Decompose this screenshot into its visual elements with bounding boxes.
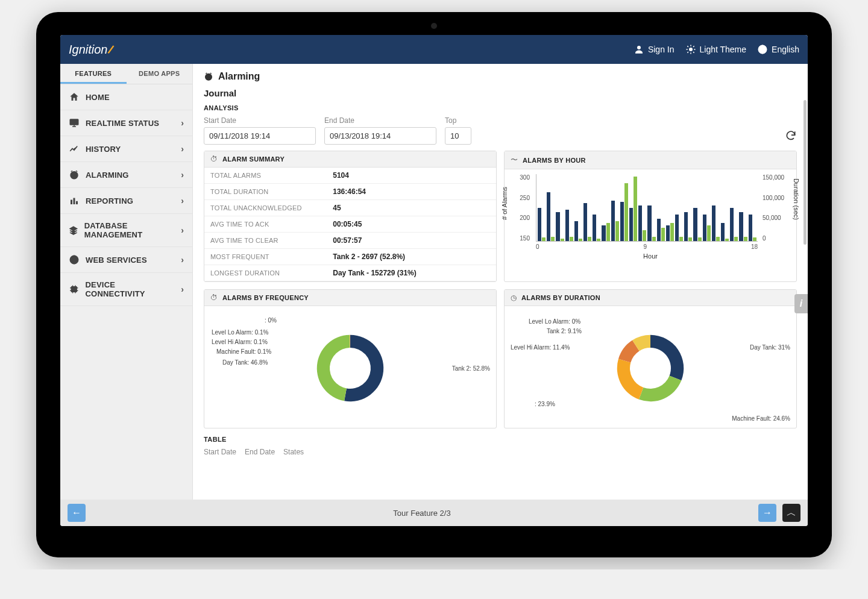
- bar-duration: [624, 183, 628, 241]
- bar-duration: [634, 177, 637, 241]
- tour-prev-button[interactable]: ←: [68, 504, 86, 522]
- bar-group: [666, 174, 674, 241]
- tour-bar: ← Tour Feature 2/3 → ︿: [60, 500, 808, 526]
- bar-duration: [688, 237, 692, 241]
- alarms-by-frequency-header: ⏱ ALARMS BY FREQUENCY: [204, 290, 496, 306]
- sidebar: FEATURES DEMO APPS HOME REALTIME STATUS …: [60, 64, 193, 500]
- journal-title: Journal: [204, 88, 797, 98]
- bar-group: [712, 174, 720, 241]
- summary-value: Tank 2 - 2697 (52.8%): [327, 249, 496, 265]
- sidebar-item-home[interactable]: HOME: [60, 84, 192, 110]
- bar-alarms: [730, 208, 734, 242]
- tour-next-button[interactable]: →: [758, 504, 776, 522]
- donut-label: Level Lo Alarm: 0%: [529, 318, 580, 325]
- language-selector[interactable]: English: [757, 44, 799, 55]
- bar-alarms: [675, 215, 679, 241]
- summary-key: TOTAL DURATION: [204, 184, 327, 200]
- bar-alarms: [638, 205, 642, 241]
- svg-rect-15: [71, 200, 72, 205]
- table-states-label: States: [283, 448, 304, 456]
- tab-demo-apps[interactable]: DEMO APPS: [127, 64, 193, 84]
- chevron-right-icon: ›: [181, 196, 184, 205]
- donut-slice: [317, 335, 350, 401]
- y-left-ticks: 300250200150: [511, 174, 530, 242]
- start-date-input[interactable]: [204, 127, 316, 145]
- summary-key: MOST FREQUENT: [204, 249, 327, 265]
- bar-chart-icon: [69, 195, 80, 206]
- main-content: Alarming Journal ANALYSIS Start Date End…: [193, 64, 808, 500]
- alarms-by-duration-panel: ◷ ALARMS BY DURATION Day Tank: 31%Machin…: [504, 289, 797, 428]
- barchart: # of Alarms Duration (sec) 300250200150 …: [511, 174, 790, 259]
- top-input[interactable]: [445, 127, 471, 145]
- bar-duration: [652, 237, 656, 241]
- chevron-right-icon: ›: [181, 118, 184, 128]
- table-states-field: States: [283, 448, 304, 456]
- summary-key: LONGEST DURATION: [204, 265, 327, 281]
- chevron-right-icon: ›: [181, 144, 184, 154]
- bar-duration: [643, 230, 646, 241]
- summary-key: TOTAL ALARMS: [204, 168, 327, 184]
- summary-value: 00:05:45: [327, 216, 496, 233]
- scroll-top-button[interactable]: ︿: [782, 504, 800, 522]
- tab-features[interactable]: FEATURES: [60, 64, 127, 84]
- theme-toggle[interactable]: Light Theme: [685, 44, 747, 55]
- info-tab[interactable]: i: [794, 294, 808, 313]
- y-left-axis-label: # of Alarms: [501, 187, 508, 220]
- chevron-right-icon: ›: [181, 284, 184, 294]
- alarms-by-hour-chart: # of Alarms Duration (sec) 300250200150 …: [505, 169, 796, 281]
- topbar: Ignition/ Sign In Light Theme: [60, 35, 808, 64]
- bar-alarms: [739, 212, 743, 241]
- sidebar-item-history[interactable]: HISTORY ›: [60, 136, 192, 162]
- alarms-by-hour-title: ALARMS BY HOUR: [523, 157, 586, 164]
- alarms-by-hour-panel: 〜 ALARMS BY HOUR # of Alarms Duration (s…: [504, 151, 797, 282]
- page-title-row: Alarming: [204, 71, 797, 82]
- summary-row: TOTAL UNACKNOWLEDGED45: [204, 200, 496, 216]
- donut-duration: Day Tank: 31%Machine Fault: 24.6%: 23.9%…: [511, 311, 790, 425]
- donut-slice: [639, 376, 681, 402]
- bar-group: [620, 174, 628, 241]
- bar-duration: [597, 239, 600, 241]
- sidebar-item-realtime-status[interactable]: REALTIME STATUS ›: [60, 110, 192, 136]
- bar-group: [657, 174, 665, 241]
- alarms-by-duration-header: ◷ ALARMS BY DURATION: [505, 290, 796, 306]
- summary-row: AVG TIME TO CLEAR00:57:57: [204, 233, 496, 249]
- sidebar-item-label: HISTORY: [86, 145, 121, 154]
- alarm-summary-title: ALARM SUMMARY: [222, 155, 285, 163]
- bar-duration: [606, 223, 610, 241]
- sidebar-item-reporting[interactable]: REPORTING ›: [60, 188, 192, 214]
- bar-duration: [661, 228, 665, 241]
- svg-line-8: [687, 52, 688, 53]
- end-date-field: End Date: [324, 116, 436, 145]
- donut-label: Tank 2: 9.1%: [547, 328, 582, 334]
- summary-key: TOTAL UNACKNOWLEDGED: [204, 200, 327, 216]
- sidebar-item-web-services[interactable]: WEB SERVICES ›: [60, 247, 192, 273]
- bar-alarms: [703, 215, 706, 241]
- bar-alarms: [629, 208, 633, 242]
- summary-key: AVG TIME TO ACK: [204, 216, 327, 233]
- svg-point-0: [637, 46, 641, 49]
- donut-label: Level Hi Alarm: 0.1%: [212, 339, 268, 345]
- table-filters: Start Date End Date States: [204, 448, 797, 456]
- x-axis-ticks: 0918: [536, 243, 758, 250]
- bar-group: [749, 174, 756, 241]
- trend-icon: [69, 143, 80, 154]
- nav-list: HOME REALTIME STATUS › HISTORY › ALARMIN…: [60, 84, 192, 306]
- summary-key: AVG TIME TO CLEAR: [204, 233, 327, 249]
- donut-label: : 0%: [265, 317, 277, 324]
- sidebar-item-database-management[interactable]: DATABASE MANAGEMENT ›: [60, 214, 192, 247]
- home-icon: [69, 92, 80, 102]
- summary-value: 00:57:57: [327, 233, 496, 249]
- theme-label: Light Theme: [700, 45, 747, 54]
- layers-icon: [69, 225, 78, 236]
- end-date-input[interactable]: [324, 127, 436, 145]
- start-date-field: Start Date: [204, 116, 316, 145]
- sign-in-button[interactable]: Sign In: [634, 44, 675, 55]
- donut-label: Level Hi Alarm: 11.4%: [511, 344, 570, 351]
- sidebar-item-device-connectivity[interactable]: DEVICE CONNECTIVITY ›: [60, 273, 192, 306]
- bar-duration: [615, 221, 619, 241]
- summary-value: 5104: [327, 168, 496, 184]
- scrollbar[interactable]: [804, 100, 807, 245]
- sidebar-item-alarming[interactable]: ALARMING ›: [60, 162, 192, 188]
- refresh-button[interactable]: [785, 130, 797, 145]
- y-right-ticks: 150,000100,00050,0000: [763, 174, 790, 242]
